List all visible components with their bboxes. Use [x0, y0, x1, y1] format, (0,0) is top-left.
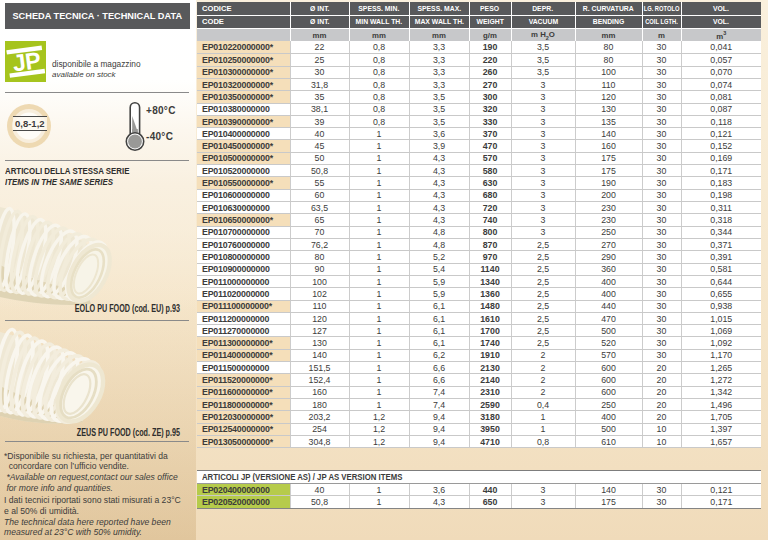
svg-text:JP: JP: [11, 47, 42, 76]
